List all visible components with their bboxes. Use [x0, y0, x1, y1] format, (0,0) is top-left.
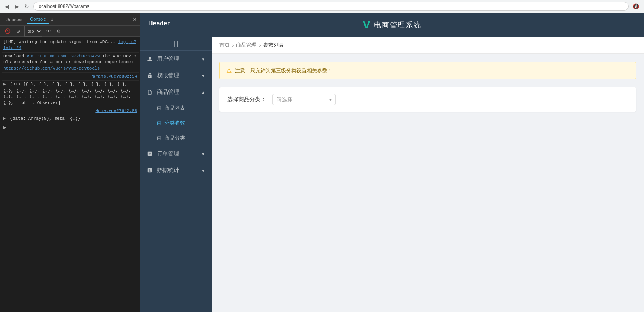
back-button[interactable]: ◀ — [3, 2, 11, 10]
filter-button[interactable]: ⊘ — [15, 28, 22, 35]
devtools-toolbar: 🚫 ⊘ top 👁 ⚙ — [0, 26, 140, 37]
sidebar-item-users[interactable]: 用户管理 ▼ — [140, 51, 212, 67]
breadcrumb: 首页 › 商品管理 › 参数列表 — [212, 37, 644, 54]
audio-button[interactable]: 🔇 — [631, 2, 641, 10]
header-bar-label: Header — [148, 20, 170, 27]
breadcrumb-sep-1: › — [232, 42, 234, 48]
console-text: [HMR] Waiting for update signal from WDS… — [3, 40, 115, 44]
sub-category-params-icon: ⊞ — [157, 120, 161, 126]
clear-console-button[interactable]: 🚫 — [3, 28, 12, 35]
sidebar-sub-category[interactable]: ⊞ 商品分类 — [140, 130, 212, 146]
app-body: ||| 用户管理 ▼ — [140, 37, 644, 312]
console-link-params[interactable]: Params.vue?c802:54 — [90, 74, 137, 79]
eye-button[interactable]: 👁 — [45, 28, 53, 35]
devtools-panel: Sources Console » ✕ 🚫 ⊘ top 👁 ⚙ [HMR] Wa… — [0, 13, 140, 312]
sidebar-item-left-4: 订单管理 — [147, 150, 179, 157]
sub-goods-list-icon: ⊞ — [157, 105, 161, 111]
console-text-2: Download — [3, 54, 26, 59]
sidebar-label-stats: 数据统计 — [157, 167, 179, 174]
alert-icon: ⚠ — [226, 67, 232, 74]
devtools-close-button[interactable]: ✕ — [132, 16, 137, 23]
console-prompt-icon: ▶ — [3, 125, 6, 130]
sidebar-sub-category-params[interactable]: ⊞ 分类参数 — [140, 115, 212, 130]
console-line-4: ▶ (31) [{…}, {…}, {…}, {…}, {…}, {…}, {…… — [2, 81, 139, 107]
url-text: localhost:8082/#/params — [38, 4, 89, 9]
console-link-home[interactable]: Home.vue?76f2:88 — [95, 108, 137, 113]
tab-more-button[interactable]: » — [51, 17, 54, 22]
breadcrumb-goods[interactable]: 商品管理 — [236, 42, 257, 49]
sidebar-item-permissions[interactable]: 权限管理 ▼ — [140, 67, 212, 84]
filter-row: 选择商品分类： 请选择 — [219, 87, 636, 112]
user-icon — [147, 56, 153, 62]
sidebar-sub-goods-list[interactable]: ⊞ 商品列表 — [140, 100, 212, 115]
lock-icon — [147, 72, 153, 79]
chevron-permissions: ▼ — [201, 74, 205, 78]
goods-icon — [147, 89, 153, 95]
browser-chrome: ◀ ▶ ↻ localhost:8082/#/params 🔇 — [0, 0, 644, 13]
chevron-orders: ▼ — [201, 152, 205, 156]
sidebar-label-orders: 订单管理 — [157, 150, 179, 157]
orders-icon — [147, 151, 153, 157]
filter-select-wrapper: 请选择 — [272, 94, 336, 105]
sidebar-item-left-3: 商品管理 — [147, 89, 179, 96]
tab-sources[interactable]: Sources — [3, 15, 25, 23]
tab-console[interactable]: Console — [27, 15, 49, 24]
filter-label: 选择商品分类： — [227, 96, 266, 103]
context-select[interactable]: top — [24, 26, 42, 37]
expand-arrow-1[interactable]: ▶ — [3, 82, 6, 87]
sidebar-sub-label-category-params: 分类参数 — [164, 119, 185, 127]
sub-category-icon: ⊞ — [157, 135, 161, 141]
sidebar-collapse-button[interactable]: ||| — [140, 37, 212, 51]
console-line-6: ▶ {data: Array(5), meta: {…}} — [2, 115, 139, 123]
sidebar: ||| 用户管理 ▼ — [140, 37, 212, 312]
console-line-3: Params.vue?c802:54 — [2, 73, 139, 81]
sidebar-item-left-2: 权限管理 — [147, 72, 179, 79]
sidebar-sub-label-category: 商品分类 — [164, 134, 185, 142]
console-line-1: [HMR] Waiting for update signal from WDS… — [2, 38, 139, 53]
content-area: ⚠ 注意：只允许为第三级分类设置相关参数！ 选择商品分类： 请选择 — [212, 54, 644, 312]
console-output: [HMR] Waiting for update signal from WDS… — [0, 37, 140, 312]
breadcrumb-current: 参数列表 — [263, 42, 284, 49]
breadcrumb-home[interactable]: 首页 — [219, 42, 230, 49]
breadcrumb-sep-2: › — [259, 42, 261, 48]
stats-icon — [147, 167, 153, 174]
reload-button[interactable]: ↻ — [23, 2, 31, 10]
chevron-users: ▼ — [201, 57, 205, 61]
sidebar-sub-label-goods-list: 商品列表 — [164, 104, 185, 112]
console-line-5: Home.vue?76f2:88 — [2, 107, 139, 115]
sidebar-item-left-5: 数据统计 — [147, 167, 179, 174]
console-array-data: (31) [{…}, {…}, {…}, {…}, {…}, {…}, {…},… — [3, 82, 131, 105]
main-layout: Sources Console » ✕ 🚫 ⊘ top 👁 ⚙ [HMR] Wa… — [0, 13, 644, 312]
console-line-prompt[interactable]: ▶ — [2, 123, 139, 132]
console-line-2: Download vue.runtime.esm.js?2b0e:8429 th… — [2, 53, 139, 73]
app-logo: V — [363, 19, 370, 31]
sidebar-label-users: 用户管理 — [157, 55, 179, 62]
devtools-tab-bar: Sources Console » ✕ — [0, 13, 140, 26]
sidebar-label-goods: 商品管理 — [157, 89, 179, 96]
console-link-3[interactable]: https://github.com/vuejs/vue-devtools — [3, 66, 100, 71]
forward-button[interactable]: ▶ — [13, 2, 21, 10]
address-bar: ◀ ▶ ↻ localhost:8082/#/params 🔇 — [0, 0, 644, 13]
expand-arrow-2[interactable]: ▶ — [3, 116, 6, 121]
app-header: Header V 电商管理系统 — [140, 13, 644, 37]
sidebar-item-goods[interactable]: 商品管理 ▲ — [140, 84, 212, 100]
sidebar-label-permissions: 权限管理 — [157, 72, 179, 79]
chevron-goods: ▲ — [201, 90, 205, 95]
console-object-data: {data: Array(5), meta: {…}} — [10, 116, 80, 121]
app-content: Header V 电商管理系统 ||| 用户管理 — [140, 13, 644, 312]
settings-button[interactable]: ⚙ — [55, 28, 62, 35]
sidebar-item-stats[interactable]: 数据统计 ▼ — [140, 162, 212, 179]
console-link-2[interactable]: vue.runtime.esm.js?2b0e:8429 — [26, 54, 100, 59]
sidebar-item-orders[interactable]: 订单管理 ▼ — [140, 146, 212, 162]
app-title: 电商管理系统 — [374, 20, 421, 30]
chevron-stats: ▼ — [201, 168, 205, 173]
url-bar[interactable]: localhost:8082/#/params — [33, 2, 629, 11]
sidebar-item-left: 用户管理 — [147, 55, 179, 62]
main-content: 首页 › 商品管理 › 参数列表 ⚠ 注意：只允许为第三级分类设置相关参数！ 选… — [212, 37, 644, 312]
alert-text: 注意：只允许为第三级分类设置相关参数！ — [235, 67, 332, 74]
category-select[interactable]: 请选择 — [272, 94, 336, 105]
collapse-icon: ||| — [174, 40, 178, 47]
alert-notice: ⚠ 注意：只允许为第三级分类设置相关参数！ — [219, 62, 636, 79]
app-header-title: V 电商管理系统 — [363, 19, 422, 31]
